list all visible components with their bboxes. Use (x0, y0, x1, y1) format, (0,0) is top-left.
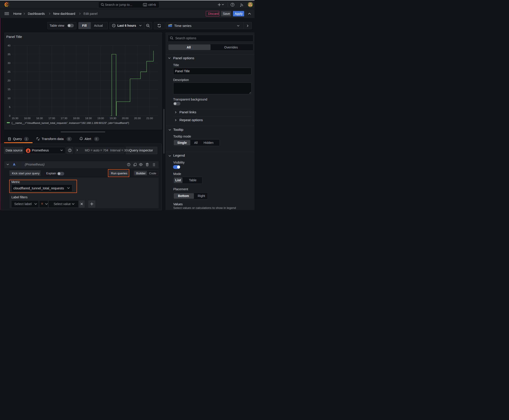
svg-text:19:30: 19:30 (109, 117, 116, 120)
svg-text:20:30: 20:30 (134, 117, 141, 120)
svg-text:15: 15 (8, 88, 11, 91)
svg-text:35: 35 (8, 53, 11, 56)
svg-text:18:30: 18:30 (85, 117, 92, 120)
svg-text:20: 20 (8, 79, 11, 82)
svg-text:19:00: 19:00 (97, 117, 104, 120)
svg-text:5: 5 (9, 105, 11, 109)
svg-text:40: 40 (8, 44, 11, 47)
svg-text:17:00: 17:00 (48, 117, 55, 120)
svg-text:20:00: 20:00 (122, 117, 129, 120)
svg-text:0: 0 (9, 114, 11, 117)
svg-text:18:00: 18:00 (73, 117, 80, 120)
svg-text:16:30: 16:30 (36, 117, 43, 120)
svg-text:16:00: 16:00 (24, 117, 31, 120)
svg-text:21:00: 21:00 (146, 117, 153, 120)
svg-text:15:30: 15:30 (12, 117, 18, 120)
svg-text:25: 25 (8, 70, 11, 73)
svg-text:10: 10 (8, 97, 11, 100)
svg-text:17:30: 17:30 (61, 117, 67, 120)
svg-text:30: 30 (8, 61, 11, 65)
